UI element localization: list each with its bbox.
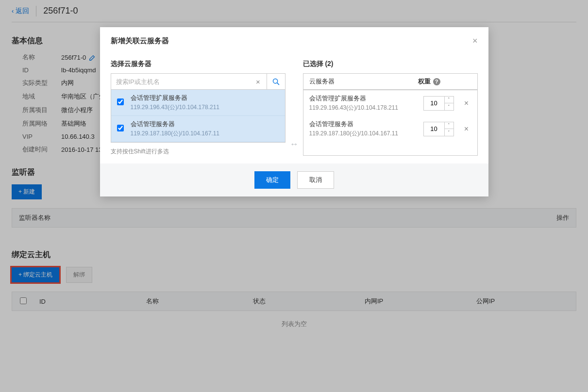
selected-list: 会话管理扩展服务器 119.29.196.43(公)/10.104.178.21… <box>303 90 478 156</box>
transfer-arrow-icon: ↔ <box>286 60 303 156</box>
server-row[interactable]: 会话管理扩展服务器 119.29.196.43(公)/10.104.178.21… <box>111 90 285 116</box>
help-icon[interactable]: ? <box>433 78 440 85</box>
remove-icon[interactable]: × <box>462 125 471 133</box>
weight-stepper: ˄ ˅ <box>423 122 454 136</box>
modal-footer: 确定 取消 <box>100 163 488 196</box>
search-group: × <box>111 73 286 90</box>
add-server-modal: 新增关联云服务器 × 选择云服务器 × 会话管理扩展服务器 119.29.196… <box>100 27 488 196</box>
available-panel: 选择云服务器 × 会话管理扩展服务器 119.29.196.43(公)/10.1… <box>111 60 286 156</box>
close-icon[interactable]: × <box>472 36 478 46</box>
server-row[interactable]: 会话管理服务器 119.29.187.180(公)/10.104.167.11 <box>111 116 285 142</box>
step-down-icon[interactable]: ˅ <box>445 103 454 111</box>
cancel-button[interactable]: 取消 <box>297 171 334 189</box>
step-up-icon[interactable]: ˄ <box>445 96 454 103</box>
col-weight-label: 权重 ? <box>418 77 471 86</box>
server-name: 会话管理服务器 <box>309 120 423 129</box>
ok-button[interactable]: 确定 <box>254 171 290 189</box>
server-ip: 119.29.187.180(公)/10.104.167.11 <box>309 130 423 138</box>
server-name: 会话管理服务器 <box>131 120 219 129</box>
selected-row: 会话管理服务器 119.29.187.180(公)/10.104.167.11 … <box>303 116 477 142</box>
selected-panel: 已选择 (2) 云服务器 权重 ? 会话管理扩展服务器 119.29.196.4… <box>303 60 478 156</box>
svg-point-0 <box>273 79 277 83</box>
modal-overlay: 新增关联云服务器 × 选择云服务器 × 会话管理扩展服务器 119.29.196… <box>0 0 588 392</box>
modal-title: 新增关联云服务器 <box>111 36 169 46</box>
server-ip: 119.29.187.180(公)/10.104.167.11 <box>131 130 219 138</box>
server-name: 会话管理扩展服务器 <box>131 94 219 102</box>
selected-count: (2) <box>325 60 333 67</box>
svg-line-1 <box>277 82 279 84</box>
search-icon[interactable] <box>267 74 285 89</box>
weight-input[interactable] <box>424 125 444 132</box>
selected-header: 云服务器 权重 ? <box>303 73 478 90</box>
server-ip: 119.29.196.43(公)/10.104.178.211 <box>309 104 423 112</box>
selected-row: 会话管理扩展服务器 119.29.196.43(公)/10.104.178.21… <box>303 90 477 116</box>
weight-input[interactable] <box>424 99 444 107</box>
available-title: 选择云服务器 <box>111 60 286 68</box>
shift-hint: 支持按住Shift进行多选 <box>111 147 286 156</box>
server-checkbox[interactable] <box>117 98 124 105</box>
step-down-icon[interactable]: ˅ <box>445 129 454 136</box>
weight-stepper: ˄ ˅ <box>423 96 454 111</box>
clear-icon[interactable]: × <box>250 74 267 89</box>
remove-icon[interactable]: × <box>462 99 471 108</box>
step-up-icon[interactable]: ˄ <box>445 122 454 129</box>
search-input[interactable] <box>111 74 250 89</box>
col-server-label: 云服务器 <box>309 77 418 86</box>
server-checkbox[interactable] <box>117 125 124 131</box>
available-list: 会话管理扩展服务器 119.29.196.43(公)/10.104.178.21… <box>111 90 286 143</box>
server-name: 会话管理扩展服务器 <box>309 94 423 103</box>
selected-title: 已选择 (2) <box>303 60 478 68</box>
server-ip: 119.29.196.43(公)/10.104.178.211 <box>131 103 219 112</box>
